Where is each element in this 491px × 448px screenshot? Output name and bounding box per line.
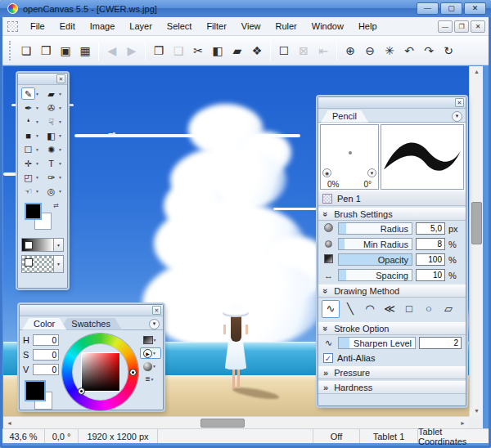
brush-tip-preview[interactable]: ◉ ▼ 0% 0° [320, 124, 379, 190]
spacing-slider[interactable]: Spacing [338, 269, 412, 281]
tool-dropdown-icon[interactable]: ▼ [35, 161, 41, 166]
open-icon[interactable]: ❒ [36, 41, 56, 60]
rectangle-icon[interactable]: □ [400, 300, 418, 318]
pattern-selector[interactable] [21, 255, 54, 273]
mdi-restore-button[interactable]: ❐ [454, 20, 469, 33]
eraser-icon[interactable]: ▰ [227, 41, 247, 60]
sphere-mode-button[interactable]: ▼ [140, 361, 161, 372]
vertical-scrollbar[interactable]: ▲ ▼ [469, 66, 483, 416]
section-brush-settings[interactable]: » Brush Settings [318, 208, 466, 221]
select-rectangle-icon[interactable]: ☐ [274, 41, 294, 60]
tool-magic-wand[interactable]: ✺▼ [43, 142, 65, 156]
sharpen-slider[interactable]: Sharpen Level [338, 337, 416, 349]
section-stroke-option[interactable]: » Stroke Option [318, 322, 466, 335]
list-mode-button[interactable]: ≡▼ [140, 374, 161, 385]
menu-view[interactable]: View [234, 19, 268, 34]
tool-text[interactable]: T▼ [43, 156, 65, 170]
opacity-value-field[interactable] [416, 253, 445, 266]
color-panel[interactable]: ✕ Color Swatches ▼ H S V [19, 304, 164, 410]
tool-dropdown-icon[interactable]: ▼ [35, 133, 41, 138]
brush-panel-titlebar[interactable]: ✕ [318, 97, 466, 109]
color-wheel[interactable] [62, 334, 138, 410]
mdi-minimize-button[interactable]: — [438, 20, 453, 33]
tool-palette-titlebar[interactable]: ✕ [18, 74, 67, 85]
horizontal-scroll-thumb[interactable] [200, 419, 245, 428]
menu-ruler[interactable]: Ruler [268, 19, 304, 34]
tool-pen[interactable]: ✒▼ [20, 101, 43, 114]
tool-dropdown-icon[interactable]: ▼ [35, 92, 41, 96]
tab-pencil[interactable]: Pencil [321, 110, 368, 123]
tool-zoom[interactable]: ◎▼ [43, 184, 65, 198]
undo-icon[interactable]: ↶ [399, 41, 419, 60]
swap-colors-icon[interactable]: ⇄ [53, 202, 59, 209]
tool-dropdown-icon[interactable]: ▼ [35, 119, 41, 124]
tab-color[interactable]: Color [22, 318, 66, 330]
radius-value-field[interactable] [416, 222, 445, 235]
tool-marquee[interactable]: ☐▼ [20, 142, 43, 156]
saturation-value-box[interactable] [81, 352, 120, 392]
gradient-dropdown-icon[interactable]: ▼ [54, 238, 64, 252]
tool-dropdown-icon[interactable]: ▼ [58, 92, 64, 96]
min-radius-slider[interactable]: Min Radius [338, 238, 412, 250]
paste-icon[interactable]: ❑ [169, 41, 188, 60]
hue-marker[interactable] [129, 369, 137, 376]
tool-move[interactable]: ✛▼ [20, 156, 43, 170]
tip-target-icon[interactable]: ◉ [322, 168, 331, 177]
anti-alias-checkbox[interactable]: ✓ [323, 353, 333, 363]
deselect-icon[interactable]: ⊠ [294, 41, 313, 60]
tool-shape-fill[interactable]: ■▼ [20, 128, 43, 142]
tool-airbrush[interactable]: ✇▼ [43, 101, 65, 114]
vertical-scroll-thumb[interactable] [471, 202, 482, 244]
scroll-up-icon[interactable]: ▲ [471, 66, 483, 77]
curve-icon[interactable]: ◠ [361, 300, 379, 318]
line-icon[interactable]: ╲ [341, 300, 359, 318]
titlebar[interactable]: openCanvas 5.5 - [CWER.ws.jpg] — ▢ ✕ [0, 0, 491, 17]
tool-dropdown-icon[interactable]: ▼ [35, 147, 41, 152]
nav-back-icon[interactable]: ◀ [102, 41, 122, 60]
tool-dropdown-icon[interactable]: ▼ [35, 175, 41, 180]
section-hardness[interactable]: » Hardness [318, 381, 466, 394]
tool-dropdown-icon[interactable]: ▼ [58, 161, 64, 166]
new-icon[interactable]: ❏ [16, 41, 36, 60]
spacing-value-field[interactable] [416, 269, 445, 281]
tool-hand[interactable]: ☜▼ [20, 184, 43, 198]
menu-edit[interactable]: Edit [52, 19, 83, 34]
menu-select[interactable]: Select [160, 19, 200, 34]
tool-dropdown-icon[interactable]: ▼ [58, 119, 64, 124]
dropdown-icon[interactable]: ▼ [151, 377, 156, 382]
tool-dropdown-icon[interactable]: ▼ [58, 147, 64, 152]
tip-dropdown-icon[interactable]: ▼ [367, 168, 376, 177]
freehand-icon[interactable]: ∿ [322, 300, 340, 318]
horizontal-scrollbar[interactable]: ◄ ► [3, 416, 469, 428]
wheel-mode-button[interactable]: ▶▼ [140, 347, 161, 359]
section-pressure[interactable]: » Pressure [318, 366, 466, 379]
sharpen-value-field[interactable] [419, 337, 462, 349]
foreground-color-swatch[interactable] [25, 380, 46, 401]
brush-panel[interactable]: ✕ Pencil ▼ ◉ ▼ 0% 0° Pen [318, 96, 466, 406]
tool-eyedropper[interactable]: ✑▼ [43, 170, 65, 184]
ellipse-icon[interactable]: ○ [420, 300, 438, 318]
gradient-mode-button[interactable]: ▼ [140, 334, 161, 346]
paste-into-selection-icon[interactable]: ⇤ [313, 41, 333, 60]
tool-dropdown-icon[interactable]: ▼ [35, 189, 41, 194]
save-as-icon[interactable]: ▦ [75, 41, 95, 60]
tool-crop[interactable]: ◰▼ [20, 170, 43, 184]
brush-panel-close-icon[interactable]: ✕ [455, 98, 464, 107]
mdi-close-button[interactable]: ✕ [471, 20, 485, 33]
color-panel-titlebar[interactable]: ✕ [20, 305, 163, 316]
foreground-color-swatch[interactable] [25, 203, 42, 220]
pen-preset-row[interactable]: Pen 1 [318, 191, 466, 206]
gradient-selector[interactable] [21, 238, 54, 252]
maximize-button[interactable]: ▢ [440, 2, 462, 15]
zoom-in-icon[interactable]: ⊕ [340, 41, 360, 60]
dropdown-icon[interactable]: ▼ [152, 351, 158, 356]
tool-bucket-fill[interactable]: ◧▼ [43, 128, 65, 142]
scroll-left-icon[interactable]: ◄ [3, 418, 16, 428]
color-panel-menu-icon[interactable]: ▼ [149, 319, 160, 329]
tool-palette-close-icon[interactable]: ✕ [56, 74, 65, 83]
color-panel-close-icon[interactable]: ✕ [152, 306, 161, 315]
nav-forward-icon[interactable]: ▶ [122, 41, 142, 60]
zoom-actual-icon[interactable]: ✳ [380, 41, 399, 60]
polygon-icon[interactable]: ▱ [439, 300, 457, 318]
menu-layer[interactable]: Layer [122, 19, 160, 34]
